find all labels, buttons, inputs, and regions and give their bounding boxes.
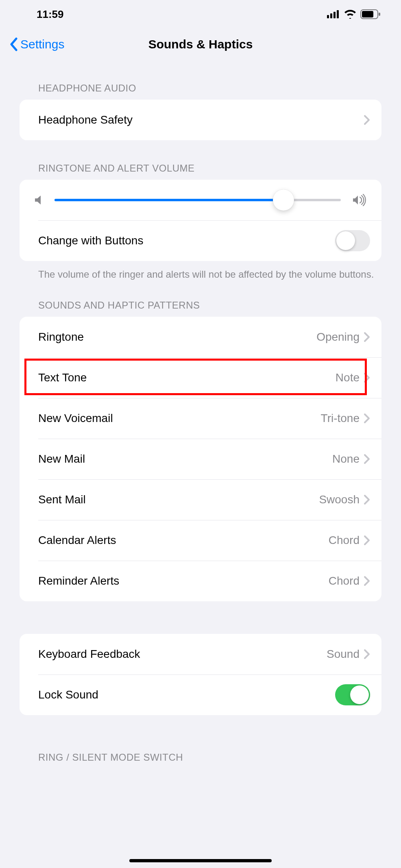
chevron-right-icon (364, 332, 370, 342)
row-label: Headphone Safety (38, 113, 364, 126)
row-lock-sound[interactable]: Lock Sound (20, 674, 381, 715)
chevron-right-icon (364, 115, 370, 125)
group-keyboard-lock: Keyboard Feedback Sound Lock Sound (20, 634, 381, 715)
svg-rect-0 (327, 15, 329, 18)
cellular-icon (327, 10, 340, 18)
back-label: Settings (20, 37, 64, 51)
speaker-high-icon (352, 194, 367, 206)
toggle-lock-sound[interactable] (335, 684, 370, 705)
section-header-headphone: HEADPHONE AUDIO (0, 60, 401, 100)
row-ringtone[interactable]: Ringtone Opening (20, 317, 381, 357)
back-button[interactable]: Settings (10, 37, 64, 51)
chevron-right-icon (364, 454, 370, 464)
section-footer-volume: The volume of the ringer and alerts will… (0, 261, 401, 281)
row-value: Tri-tone (321, 412, 360, 425)
row-new-voicemail[interactable]: New Voicemail Tri-tone (20, 398, 381, 439)
row-label: Reminder Alerts (38, 574, 329, 587)
row-headphone-safety[interactable]: Headphone Safety (20, 100, 381, 140)
row-label: Change with Buttons (38, 234, 335, 247)
row-label: New Mail (38, 452, 332, 466)
row-reminder-alerts[interactable]: Reminder Alerts Chord (20, 561, 381, 601)
group-patterns: Ringtone Opening Text Tone Note New Voic… (20, 317, 381, 601)
battery-icon (360, 9, 381, 19)
row-text-tone[interactable]: Text Tone Note (20, 357, 381, 398)
row-label: Lock Sound (38, 688, 335, 701)
wifi-icon (344, 10, 356, 19)
group-headphone: Headphone Safety (20, 100, 381, 140)
chevron-right-icon (364, 649, 370, 659)
chevron-left-icon (10, 37, 18, 51)
row-value: None (332, 452, 360, 466)
svg-rect-6 (379, 13, 380, 16)
row-value: Note (336, 371, 360, 384)
row-sent-mail[interactable]: Sent Mail Swoosh (20, 479, 381, 520)
slider-thumb[interactable] (273, 189, 294, 211)
row-value: Chord (329, 534, 360, 547)
group-volume: Change with Buttons (20, 180, 381, 261)
section-header-ring-silent: RING / SILENT MODE SWITCH (0, 715, 401, 763)
row-new-mail[interactable]: New Mail None (20, 439, 381, 479)
volume-slider[interactable] (54, 199, 341, 201)
chevron-right-icon (364, 494, 370, 505)
toggle-change-with-buttons[interactable] (335, 230, 370, 251)
row-calendar-alerts[interactable]: Calendar Alerts Chord (20, 520, 381, 561)
row-label: New Voicemail (38, 412, 321, 425)
chevron-right-icon (364, 372, 370, 383)
svg-rect-1 (330, 13, 332, 18)
row-label: Keyboard Feedback (38, 648, 327, 661)
row-volume-slider[interactable] (20, 180, 381, 220)
row-label: Text Tone (38, 371, 336, 384)
row-value: Swoosh (319, 493, 360, 506)
section-header-patterns: SOUNDS AND HAPTIC PATTERNS (0, 281, 401, 317)
navigation-bar: Settings Sounds & Haptics (0, 28, 401, 60)
row-value: Opening (316, 331, 360, 344)
home-indicator[interactable] (129, 859, 272, 862)
row-change-with-buttons[interactable]: Change with Buttons (20, 220, 381, 261)
svg-rect-3 (337, 10, 339, 18)
row-value: Sound (327, 648, 360, 661)
status-indicators (327, 9, 381, 19)
section-header-volume: RINGTONE AND ALERT VOLUME (0, 140, 401, 180)
chevron-right-icon (364, 535, 370, 546)
row-value: Chord (329, 574, 360, 587)
chevron-right-icon (364, 413, 370, 424)
row-keyboard-feedback[interactable]: Keyboard Feedback Sound (20, 634, 381, 674)
status-bar: 11:59 (0, 0, 401, 28)
chevron-right-icon (364, 576, 370, 586)
svg-rect-5 (362, 11, 373, 17)
svg-rect-2 (333, 12, 336, 18)
row-label: Ringtone (38, 331, 316, 344)
row-label: Calendar Alerts (38, 534, 329, 547)
row-label: Sent Mail (38, 493, 319, 506)
speaker-low-icon (34, 194, 43, 206)
status-time: 11:59 (37, 8, 64, 21)
